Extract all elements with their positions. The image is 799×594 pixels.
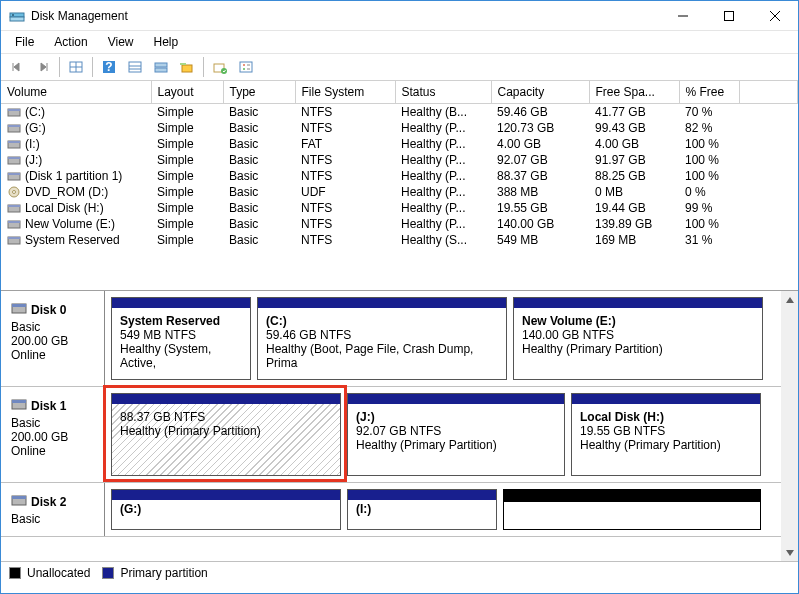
cell-pct: 99 % <box>679 200 739 216</box>
partition[interactable]: (J:)92.07 GB NTFSHealthy (Primary Partit… <box>347 393 565 476</box>
disk-icon <box>11 493 27 510</box>
volume-name: Local Disk (H:) <box>25 201 104 215</box>
cell-status: Healthy (P... <box>395 136 491 152</box>
volume-row[interactable]: (I:)SimpleBasicFATHealthy (P...4.00 GB4.… <box>1 136 798 152</box>
col-status[interactable]: Status <box>395 81 491 104</box>
volume-row[interactable]: (G:)SimpleBasicNTFSHealthy (P...120.73 G… <box>1 120 798 136</box>
cell-layout: Simple <box>151 136 223 152</box>
view-settings-button[interactable] <box>64 55 88 79</box>
col-type[interactable]: Type <box>223 81 295 104</box>
svg-rect-39 <box>8 205 20 207</box>
cell-type: Basic <box>223 232 295 248</box>
svg-rect-21 <box>240 62 252 72</box>
cell-type: Basic <box>223 104 295 121</box>
partition-color-bar <box>348 490 496 500</box>
col-freespace[interactable]: Free Spa... <box>589 81 679 104</box>
volume-name: (I:) <box>25 137 40 151</box>
partition[interactable] <box>503 489 761 530</box>
partition[interactable]: (C:)59.46 GB NTFSHealthy (Boot, Page Fil… <box>257 297 507 380</box>
partition-body: 88.37 GB NTFSHealthy (Primary Partition) <box>112 404 340 475</box>
close-button[interactable] <box>752 1 798 31</box>
forward-button[interactable] <box>31 55 55 79</box>
volume-name: (Disk 1 partition 1) <box>25 169 122 183</box>
partition[interactable]: (I:) <box>347 489 497 530</box>
column-headers[interactable]: Volume Layout Type File System Status Ca… <box>1 81 798 104</box>
disk-row: Disk 2Basic(G:)(I:) <box>1 483 798 537</box>
cell-layout: Simple <box>151 216 223 232</box>
col-volume[interactable]: Volume <box>1 81 151 104</box>
volume-row[interactable]: New Volume (E:)SimpleBasicNTFSHealthy (P… <box>1 216 798 232</box>
menu-view[interactable]: View <box>98 33 144 51</box>
svg-rect-29 <box>8 125 20 127</box>
partition[interactable]: Local Disk (H:)19.55 GB NTFSHealthy (Pri… <box>571 393 761 476</box>
cell-layout: Simple <box>151 232 223 248</box>
svg-rect-15 <box>155 63 167 67</box>
col-pctfree[interactable]: % Free <box>679 81 739 104</box>
action-button[interactable] <box>175 55 199 79</box>
cell-layout: Simple <box>151 120 223 136</box>
partition-body: New Volume (E:)140.00 GB NTFSHealthy (Pr… <box>514 308 762 379</box>
col-capacity[interactable]: Capacity <box>491 81 589 104</box>
cell-capacity: 4.00 GB <box>491 136 589 152</box>
partition-status: Healthy (Primary Partition) <box>120 424 332 438</box>
help-button[interactable]: ? <box>97 55 121 79</box>
cell-status: Healthy (P... <box>395 184 491 200</box>
cell-status: Healthy (P... <box>395 216 491 232</box>
partition-body: Local Disk (H:)19.55 GB NTFSHealthy (Pri… <box>572 404 760 475</box>
cell-type: Basic <box>223 136 295 152</box>
disk-type: Basic <box>11 512 94 526</box>
scroll-up-icon[interactable] <box>781 291 798 308</box>
vertical-scrollbar[interactable] <box>781 291 798 561</box>
disk-label-pane[interactable]: Disk 2Basic <box>1 483 105 536</box>
svg-rect-1 <box>10 17 24 21</box>
cell-layout: Simple <box>151 200 223 216</box>
disk-label-pane[interactable]: Disk 0Basic200.00 GBOnline <box>1 291 105 386</box>
settings-grid-button[interactable] <box>123 55 147 79</box>
disk-row: Disk 0Basic200.00 GBOnlineSystem Reserve… <box>1 291 798 387</box>
partition-size: 19.55 GB NTFS <box>580 424 752 438</box>
volume-grid[interactable]: Volume Layout Type File System Status Ca… <box>1 81 798 291</box>
properties-button[interactable] <box>234 55 258 79</box>
partition-status: Healthy (Primary Partition) <box>522 342 754 356</box>
partition-status: Healthy (System, Active, <box>120 342 242 370</box>
menubar: File Action View Help <box>1 31 798 53</box>
volume-row[interactable]: System ReservedSimpleBasicNTFSHealthy (S… <box>1 232 798 248</box>
maximize-button[interactable] <box>706 1 752 31</box>
scroll-down-icon[interactable] <box>781 544 798 561</box>
partition[interactable]: 88.37 GB NTFSHealthy (Primary Partition) <box>111 393 341 476</box>
menu-file[interactable]: File <box>5 33 44 51</box>
partition-title: (G:) <box>120 502 332 516</box>
cell-type: Basic <box>223 216 295 232</box>
cell-free: 169 MB <box>589 232 679 248</box>
minimize-button[interactable] <box>660 1 706 31</box>
disk-graphical-view[interactable]: Disk 0Basic200.00 GBOnlineSystem Reserve… <box>1 291 798 561</box>
volume-row[interactable]: (Disk 1 partition 1)SimpleBasicNTFSHealt… <box>1 168 798 184</box>
volume-row[interactable]: DVD_ROM (D:)SimpleBasicUDFHealthy (P...3… <box>1 184 798 200</box>
disk-name: Disk 1 <box>31 399 66 413</box>
svg-rect-27 <box>8 109 20 111</box>
partition[interactable]: System Reserved549 MB NTFSHealthy (Syste… <box>111 297 251 380</box>
cell-pct: 31 % <box>679 232 739 248</box>
rescan-button[interactable] <box>208 55 232 79</box>
cell-pct: 100 % <box>679 168 739 184</box>
volume-icon <box>7 138 21 150</box>
volume-row[interactable]: (C:)SimpleBasicNTFSHealthy (B...59.46 GB… <box>1 104 798 121</box>
partition[interactable]: New Volume (E:)140.00 GB NTFSHealthy (Pr… <box>513 297 763 380</box>
cell-pct: 100 % <box>679 152 739 168</box>
cell-capacity: 140.00 GB <box>491 216 589 232</box>
menu-action[interactable]: Action <box>44 33 97 51</box>
disk-label-pane[interactable]: Disk 1Basic200.00 GBOnline <box>1 387 105 482</box>
svg-rect-16 <box>155 68 167 72</box>
col-filesystem[interactable]: File System <box>295 81 395 104</box>
disk-icon <box>11 301 27 318</box>
col-layout[interactable]: Layout <box>151 81 223 104</box>
back-button[interactable] <box>5 55 29 79</box>
volume-row[interactable]: Local Disk (H:)SimpleBasicNTFSHealthy (P… <box>1 200 798 216</box>
cell-status: Healthy (P... <box>395 120 491 136</box>
svg-point-37 <box>13 191 16 194</box>
partition[interactable]: (G:) <box>111 489 341 530</box>
volume-list-button[interactable] <box>149 55 173 79</box>
volume-row[interactable]: (J:)SimpleBasicNTFSHealthy (P...92.07 GB… <box>1 152 798 168</box>
menu-help[interactable]: Help <box>144 33 189 51</box>
volume-name: DVD_ROM (D:) <box>25 185 108 199</box>
